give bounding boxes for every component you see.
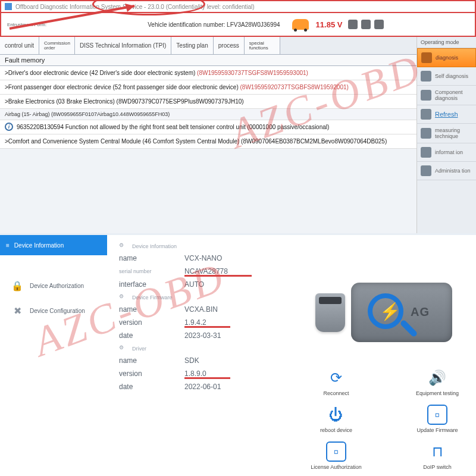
label-drv-name: name [119, 356, 184, 365]
info-mode-icon [421, 147, 431, 158]
fault-list: >Driver's door electronic device (42 Dri… [0, 66, 416, 149]
device-manager-window: ≡ Device Information 🔒 Device Authorizat… [0, 235, 476, 476]
value-serial: NCAVA28778 [184, 267, 228, 275]
action-reconnect[interactable]: ⟳Reconnect [309, 368, 363, 396]
label-drv-date: date [119, 383, 184, 391]
fault-row[interactable]: >Comfort and Convenience System Central … [0, 134, 416, 149]
main-panel: control unit Commission order DISS Techn… [0, 37, 416, 233]
tab-process[interactable]: process [214, 37, 245, 54]
power-icon: ⏻ [326, 405, 346, 425]
nav-device-configuration[interactable]: ✖ Device Configuration [0, 298, 107, 323]
gear-icon: ⚙ [119, 242, 127, 250]
voltage-value: 11.85 V [316, 20, 343, 29]
wrench-icon: ✖ [11, 304, 24, 317]
op-refresh[interactable]: Refresh [417, 105, 476, 124]
header-row: Entrustment Form: Vehicle identification… [0, 13, 476, 37]
tab-control-unit[interactable]: control unit [0, 37, 39, 54]
value-fw-name: VCXA.BIN [184, 305, 218, 314]
fault-detail-row[interactable]: i 9635220B130594 Function not allowed by… [0, 120, 416, 134]
fault-sub-row[interactable]: Airbag (15- Airbag) (8W0959655F0107Airba… [0, 109, 416, 120]
op-component-diagnosis[interactable]: Component diagnosis [417, 86, 476, 105]
reconnect-icon: ⟳ [326, 368, 346, 388]
window-title: Offboard Diagnostic Information System S… [15, 4, 255, 10]
tab-special-functions[interactable]: special functions [245, 37, 280, 54]
label-name: name [119, 254, 184, 262]
app-icon [5, 3, 12, 10]
sidebar: ≡ Device Information 🔒 Device Authorizat… [0, 235, 107, 476]
car-icon [292, 19, 309, 30]
fault-memory-header: Fault memory [0, 55, 416, 66]
speaker-icon: 🔊 [427, 368, 447, 388]
tab-testing-plan[interactable]: Testing plan [171, 37, 213, 54]
chip-icon: ▫ [427, 405, 447, 425]
value-name: VCX-NANO [184, 254, 222, 262]
op-information[interactable]: informat ion [417, 143, 476, 162]
section-device-info: ⚙Device Information [119, 242, 464, 250]
op-measuring[interactable]: measuring technique [417, 124, 476, 143]
content-panel: ⚙Device Information nameVCX-NANO serial … [107, 235, 476, 476]
tab-diss-tpi[interactable]: DISS Technical Information (TPI) [75, 37, 171, 54]
label-fw-name: name [119, 305, 184, 314]
action-doip-switch[interactable]: ⊓DoIP switch [411, 441, 464, 470]
connector-icon: ⊓ [427, 441, 447, 462]
menu-icon[interactable]: ≡ [6, 242, 10, 249]
ops-header: Operating mode [417, 37, 476, 48]
action-update-firmware[interactable]: ▫Update Firmware [411, 405, 464, 433]
nav: 🔒 Device Authorization ✖ Device Configur… [0, 255, 107, 323]
measure-icon [421, 128, 431, 139]
gear-icon: ⚙ [119, 345, 127, 353]
value-interface: AUTO [184, 280, 204, 289]
diagnosis-icon [421, 52, 432, 63]
titlebar: Offboard Diagnostic Information System S… [0, 0, 476, 13]
action-equipment-testing[interactable]: 🔊Equipment testing [411, 368, 464, 396]
action-license-auth[interactable]: ▫License Authorization [309, 441, 363, 470]
entrustment-label: Entrustment Form: [7, 22, 46, 27]
action-bar: ⟳Reconnect 🔊Equipment testing ⏻reboot de… [309, 368, 464, 470]
label-drv-version: version [119, 369, 184, 378]
header-icons [348, 20, 384, 29]
value-fw-version: 1.9.4.2 [184, 318, 206, 327]
vin-label: Vehicle identification number: LFV3A28W0… [148, 21, 280, 28]
device-image: AG ⚡ [333, 277, 452, 348]
value-fw-date: 2023-03-31 [184, 331, 221, 340]
nav-device-authorization[interactable]: 🔒 Device Authorization [0, 273, 107, 298]
device-brand-label: AG [411, 305, 430, 319]
lock-icon: 🔒 [11, 279, 24, 292]
operating-mode-panel: Operating mode diagnosis Self diagnosis … [416, 37, 476, 233]
label-fw-date: date [119, 331, 184, 340]
tab-bar: control unit Commission order DISS Techn… [0, 37, 416, 55]
label-serial: serial number [119, 268, 184, 274]
op-self-diagnosis[interactable]: Self diagnosis [417, 67, 476, 86]
op-administration[interactable]: Administra tion [417, 162, 476, 180]
diagnostic-window: Offboard Diagnostic Information System S… [0, 0, 476, 235]
label-fw-version: version [119, 318, 184, 327]
value-drv-date: 2022-06-01 [184, 383, 221, 391]
print-icon[interactable] [374, 20, 384, 29]
tab-commission-order[interactable]: Commission order [39, 37, 75, 54]
info-icon: i [5, 123, 13, 131]
sidebar-header: ≡ Device Information [0, 235, 107, 255]
fault-row[interactable]: >Front passenger door electronic device … [0, 80, 416, 95]
admin-icon [421, 165, 431, 176]
license-icon: ▫ [326, 441, 346, 462]
component-icon [421, 90, 431, 101]
fault-row[interactable]: >Brake Electronics (03 Brake Electronics… [0, 95, 416, 109]
value-drv-name: SDK [184, 356, 199, 365]
self-diag-icon [421, 71, 431, 82]
gear-icon: ⚙ [119, 293, 127, 302]
usb-icon[interactable] [361, 20, 371, 29]
key-icon[interactable] [348, 20, 358, 29]
refresh-icon [421, 109, 431, 120]
value-drv-version: 1.8.9.0 [184, 369, 206, 378]
label-interface: interface [119, 280, 184, 289]
fault-row[interactable]: >Driver's door electronic device (42 Dri… [0, 66, 416, 80]
op-diagnosis[interactable]: diagnosis [417, 48, 476, 67]
action-reboot[interactable]: ⏻reboot device [309, 405, 363, 433]
